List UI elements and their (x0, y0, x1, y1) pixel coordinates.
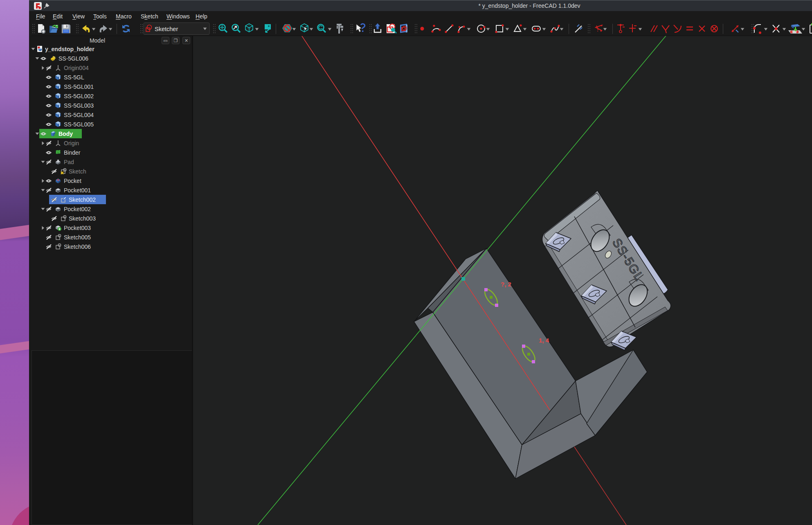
svg-text:Sketcher: Sketcher (155, 26, 178, 32)
svg-text:?, 2: ?, 2 (501, 281, 511, 288)
svg-text:1, 4: 1, 4 (539, 337, 549, 344)
